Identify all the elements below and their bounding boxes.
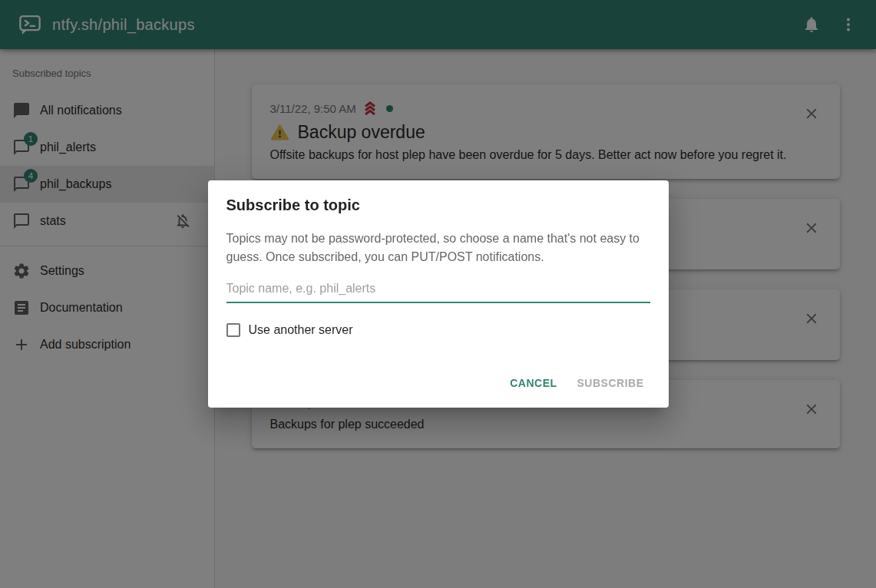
- topic-name-input[interactable]: [226, 277, 650, 303]
- subscribe-dialog: Subscribe to topic Topics may not be pas…: [208, 180, 669, 408]
- use-another-server-checkbox[interactable]: [226, 323, 240, 337]
- use-another-server-row[interactable]: Use another server: [226, 323, 650, 337]
- cancel-button[interactable]: CANCEL: [504, 371, 563, 395]
- dialog-title: Subscribe to topic: [226, 196, 650, 214]
- dialog-actions: CANCEL SUBSCRIBE: [226, 365, 650, 401]
- subscribe-button[interactable]: SUBSCRIBE: [571, 371, 650, 395]
- dialog-description: Topics may not be password-protected, so…: [226, 230, 650, 266]
- checkbox-label: Use another server: [249, 323, 353, 337]
